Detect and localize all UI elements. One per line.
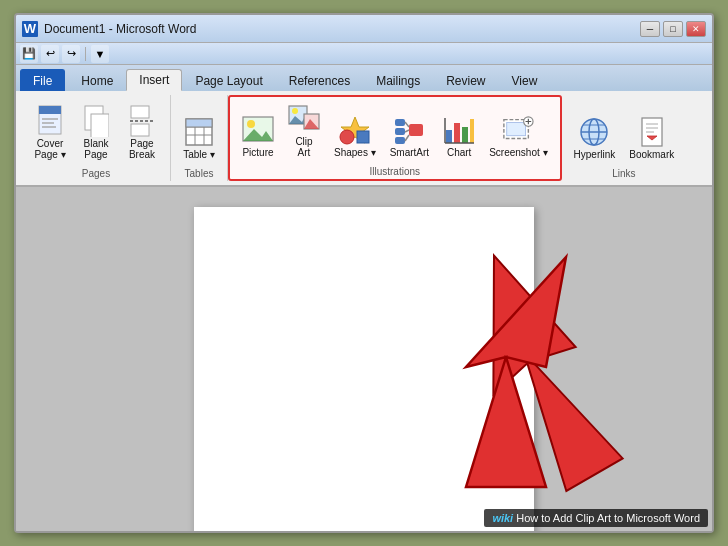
chart-icon	[443, 114, 475, 146]
cover-page-icon	[34, 105, 66, 137]
picture-label: Picture	[242, 147, 273, 158]
hyperlink-button[interactable]: Hyperlink	[568, 112, 622, 164]
wiki-help-text: How to Add Clip Art to Microsoft Word	[516, 512, 700, 524]
illustrations-items: Picture ClipAr	[236, 99, 554, 164]
tab-mailings[interactable]: Mailings	[363, 69, 433, 91]
svg-rect-41	[507, 122, 526, 135]
screenshot-button[interactable]: Screenshot ▾	[483, 110, 553, 162]
page-break-button[interactable]: PageBreak	[120, 101, 164, 164]
shapes-button[interactable]: Shapes ▾	[328, 110, 382, 162]
document-page	[194, 207, 534, 531]
picture-button[interactable]: Picture	[236, 110, 280, 162]
tab-review[interactable]: Review	[433, 69, 498, 91]
svg-point-26	[340, 130, 354, 144]
blank-page-button[interactable]: BlankPage	[74, 101, 118, 164]
cover-page-button[interactable]: CoverPage ▾	[28, 101, 72, 164]
smartart-button[interactable]: SmartArt	[384, 110, 435, 162]
shapes-label: Shapes ▾	[334, 147, 376, 158]
tables-group-label: Tables	[177, 166, 221, 179]
ribbon: File Home Insert Page Layout References …	[16, 65, 712, 187]
undo-button[interactable]: ↩	[41, 45, 59, 63]
group-links: Hyperlink Book	[562, 95, 687, 181]
group-tables: Table ▾ Tables	[171, 95, 228, 181]
customize-button[interactable]: ▼	[91, 45, 109, 63]
shapes-icon	[339, 114, 371, 146]
wiki-footer: wiki How to Add Clip Art to Microsoft Wo…	[484, 509, 708, 527]
app-icon: W	[22, 21, 38, 37]
links-group-label: Links	[568, 166, 681, 179]
pages-group-label: Pages	[28, 166, 164, 179]
wiki-logo: wiki	[492, 512, 513, 524]
svg-rect-37	[470, 119, 474, 143]
table-button[interactable]: Table ▾	[177, 112, 221, 164]
svg-line-32	[405, 130, 409, 132]
svg-rect-15	[186, 119, 212, 127]
redo-button[interactable]: ↪	[62, 45, 80, 63]
minimize-button[interactable]: ─	[640, 21, 660, 37]
clip-art-label: ClipArt	[295, 136, 312, 158]
svg-rect-30	[409, 124, 423, 136]
chart-button[interactable]: Chart	[437, 110, 481, 162]
svg-line-33	[405, 135, 409, 141]
table-icon	[183, 116, 215, 148]
tab-references[interactable]: References	[276, 69, 363, 91]
hyperlink-icon	[578, 116, 610, 148]
illustrations-group-label: Illustrations	[236, 164, 554, 177]
hyperlink-label: Hyperlink	[574, 149, 616, 160]
picture-icon	[242, 114, 274, 146]
tab-pagelayout[interactable]: Page Layout	[182, 69, 275, 91]
svg-point-17	[247, 120, 255, 128]
pages-items: CoverPage ▾ BlankPage	[28, 97, 164, 166]
blank-page-icon	[80, 105, 112, 137]
svg-rect-29	[395, 137, 405, 144]
screenshot-icon	[502, 114, 534, 146]
blank-page-label: BlankPage	[83, 138, 108, 160]
cover-page-label: CoverPage ▾	[34, 138, 65, 160]
quick-access-toolbar: 💾 ↩ ↪ ▼	[16, 43, 712, 65]
chart-label: Chart	[447, 147, 471, 158]
svg-rect-25	[357, 131, 369, 143]
tab-home[interactable]: Home	[68, 69, 126, 91]
document-area	[16, 187, 712, 531]
tables-items: Table ▾	[177, 97, 221, 166]
clip-art-icon	[288, 103, 320, 135]
screenshot-label: Screenshot ▾	[489, 147, 547, 158]
svg-point-20	[292, 108, 298, 114]
svg-line-31	[405, 122, 409, 127]
svg-rect-34	[446, 130, 452, 143]
clip-art-button[interactable]: ClipArt	[282, 99, 326, 162]
ribbon-content: CoverPage ▾ BlankPage	[16, 91, 712, 185]
tab-insert[interactable]: Insert	[126, 69, 182, 91]
bookmark-button[interactable]: Bookmark	[623, 112, 680, 164]
close-button[interactable]: ✕	[686, 21, 706, 37]
ribbon-tab-bar: File Home Insert Page Layout References …	[16, 65, 712, 91]
svg-rect-7	[131, 106, 149, 118]
svg-rect-35	[454, 123, 460, 143]
toolbar-divider	[85, 47, 86, 61]
svg-rect-28	[395, 128, 405, 135]
window-title: Document1 - Microsoft Word	[44, 22, 640, 36]
title-bar: W Document1 - Microsoft Word ─ □ ✕	[16, 15, 712, 43]
links-items: Hyperlink Book	[568, 97, 681, 166]
group-illustrations: Picture ClipAr	[228, 95, 562, 181]
table-label: Table ▾	[183, 149, 215, 160]
maximize-button[interactable]: □	[663, 21, 683, 37]
window-controls: ─ □ ✕	[640, 21, 706, 37]
main-content	[16, 187, 712, 531]
word-window: W Document1 - Microsoft Word ─ □ ✕ 💾 ↩ ↪…	[14, 13, 714, 533]
bookmark-label: Bookmark	[629, 149, 674, 160]
page-break-icon	[126, 105, 158, 137]
save-button[interactable]: 💾	[20, 45, 38, 63]
smartart-label: SmartArt	[390, 147, 429, 158]
smartart-icon	[393, 114, 425, 146]
tab-file[interactable]: File	[20, 69, 65, 91]
svg-rect-27	[395, 119, 405, 126]
page-break-label: PageBreak	[129, 138, 155, 160]
group-pages: CoverPage ▾ BlankPage	[22, 95, 171, 181]
svg-rect-36	[462, 127, 468, 143]
svg-rect-6	[91, 114, 109, 137]
svg-rect-1	[39, 106, 61, 114]
svg-rect-9	[131, 124, 149, 136]
bookmark-icon	[636, 116, 668, 148]
tab-view[interactable]: View	[499, 69, 551, 91]
